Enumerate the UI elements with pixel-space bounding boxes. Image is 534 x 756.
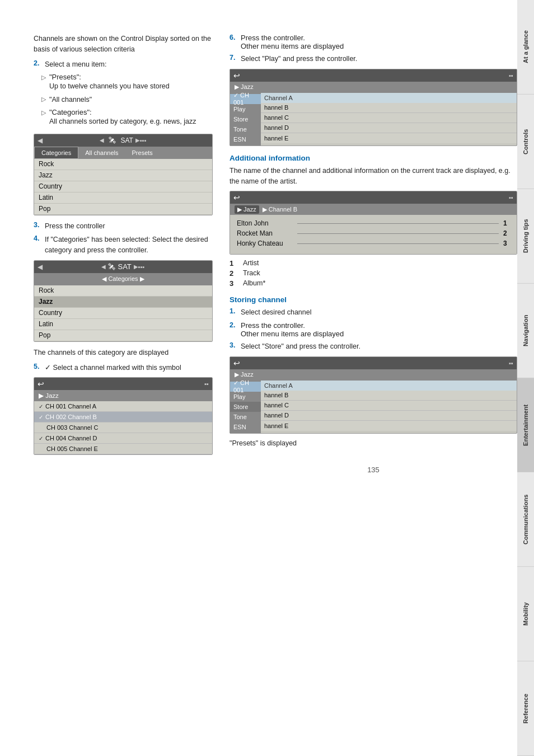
tab-communications[interactable]: Communications — [517, 472, 534, 567]
tab-mobility[interactable]: Mobility — [517, 567, 534, 661]
tab-categories-label: Categories — [41, 149, 71, 156]
esn-label: ESN — [233, 136, 246, 143]
additional-info-text: The name of the channel and additional i… — [229, 166, 517, 187]
step-6-text: Press the controller. — [241, 34, 305, 42]
store-tone-label: Tone — [233, 414, 247, 420]
info-line-1 — [297, 223, 499, 224]
info-row-1: Elton John 1 — [237, 219, 510, 227]
step-2-num: 2. — [34, 59, 41, 70]
cat-jazz[interactable]: Jazz — [34, 297, 212, 308]
sat-tabs-1: Categories All channels Presets — [34, 147, 212, 159]
cat-signal: ▪▪▪ — [138, 264, 145, 270]
list-item-latin[interactable]: Latin — [34, 192, 212, 204]
legend-item-3: 3 Album* — [229, 279, 517, 288]
info-line-2 — [297, 233, 499, 234]
step-7: 7. Select "Play" and press the controlle… — [229, 54, 517, 64]
channel-info-back: ↩ — [233, 193, 240, 202]
channel-b: hannel B — [261, 103, 517, 113]
menu-tone[interactable]: Tone — [230, 124, 261, 134]
storing-step-3: 3. Select "Store" and press the controll… — [229, 341, 517, 352]
cat-arrow-right: ▶ — [134, 264, 138, 270]
store-play-label: Play — [233, 393, 245, 400]
cat-latin-label: Latin — [39, 320, 53, 328]
rock-label: Rock — [39, 160, 54, 168]
tab-navigation[interactable]: Navigation — [517, 284, 534, 378]
tab-presets[interactable]: Presets — [125, 147, 160, 159]
tab-categories[interactable]: Categories — [34, 147, 78, 159]
store-channel-a: Channel A — [261, 381, 517, 391]
list-item-jazz[interactable]: Jazz — [34, 170, 212, 181]
store-tone[interactable]: Tone — [230, 412, 261, 422]
tab-driving-tips-label: Driving tips — [522, 219, 529, 253]
store-screen: ↩ ▪▪ ▶ Jazz ✓ CH 001 Play Store Tone ESN — [229, 356, 517, 434]
check-ch004: ✓ — [39, 435, 43, 442]
preset-ch003[interactable]: CH 003 Channel C — [34, 422, 212, 433]
menu-jazz-bar: ▶ Jazz — [230, 82, 517, 93]
store-jazz-label: ▶ Jazz — [235, 371, 254, 378]
list-item-rock[interactable]: Rock — [34, 159, 212, 170]
cat-country[interactable]: Country — [34, 308, 212, 319]
sat-screen-1: ◀ ◀ 🛰 SAT ▶ ▪▪▪ Categories All channels — [34, 134, 213, 215]
ch003-label: CH 003 Channel C — [46, 424, 98, 431]
store-esn[interactable]: ESN — [230, 422, 261, 432]
preset-ch002[interactable]: ✓ CH 002 Channel B — [34, 412, 212, 422]
legend-item-2: 2 Track — [229, 269, 517, 278]
overlay-content-1: ✓ CH 001 Play Store Tone ESN Channel A h… — [230, 93, 517, 145]
cat-header: ◀ ◀ 🛰 SAT ▶ ▪▪▪ — [34, 261, 212, 273]
preset-jazz-bar: ▶ Jazz — [34, 390, 212, 401]
cat-subtitle-text: ◀ Categories ▶ — [102, 275, 144, 283]
sat-list-1: Rock Jazz Country Latin Pop — [34, 159, 212, 215]
cat-rock-label: Rock — [39, 287, 54, 294]
menu-store[interactable]: Store — [230, 114, 261, 124]
cat-pop[interactable]: Pop — [34, 330, 212, 341]
preset-ch001[interactable]: ✓ CH 001 Channel A — [34, 401, 212, 412]
preset-ch005[interactable]: CH 005 Channel E — [34, 444, 212, 454]
cat-latin[interactable]: Latin — [34, 319, 212, 330]
store-store[interactable]: Store — [230, 402, 261, 412]
store-channel-c: hannel C — [261, 401, 517, 411]
legend-num-3: 3 — [229, 279, 238, 288]
tab-presets-label: Presets — [132, 149, 153, 156]
bullet-categories-content: "Categories": All channels sorted by cat… — [49, 108, 196, 127]
sat-label-1: SAT — [120, 137, 133, 144]
list-item-country[interactable]: Country — [34, 181, 212, 192]
channel-e-1: hannel E — [261, 133, 517, 143]
menu-ch001-header: ✓ CH 001 — [230, 94, 261, 104]
cat-title: ◀ 🛰 SAT ▶ — [101, 262, 138, 271]
info-num-1: 1 — [503, 219, 510, 227]
step5-pre-text: The channels of this category are displa… — [34, 348, 213, 358]
step-6-detail: Other menu items are displayed — [241, 42, 344, 50]
tab-at-a-glance[interactable]: At a glance — [517, 0, 534, 95]
bullet-allchannels-label: "All channels" — [49, 95, 92, 105]
legend-text-1: Artist — [243, 259, 259, 267]
preset-ch004[interactable]: ✓ CH 004 Channel D — [34, 433, 212, 444]
step-6-num: 6. — [229, 34, 237, 50]
tab-allchannels[interactable]: All channels — [78, 147, 125, 159]
info-row-3: Honky Chateau 3 — [237, 240, 510, 247]
channel-info-channel: ▶ Channel B — [263, 206, 297, 213]
step-2-text: Select a menu item: — [45, 59, 213, 70]
tab-controls[interactable]: Controls — [517, 95, 534, 189]
bullet-allchannels: ▷ "All channels" — [41, 95, 213, 105]
latin-label: Latin — [39, 194, 53, 201]
tab-entertainment[interactable]: Entertainment — [517, 378, 534, 473]
info-row-2: Rocket Man 2 — [237, 229, 510, 237]
step-7-num: 7. — [229, 54, 237, 64]
tab-navigation-label: Navigation — [522, 314, 529, 346]
cat-rock[interactable]: Rock — [34, 285, 212, 297]
legend-text-3: Album* — [243, 279, 265, 288]
storing-step-1: 1. Select desired channel — [229, 307, 517, 318]
cat-sat-label: SAT — [118, 262, 131, 271]
legend: 1 Artist 2 Track 3 Album* — [229, 259, 517, 288]
tab-reference[interactable]: Reference — [517, 661, 534, 756]
menu-esn[interactable]: ESN — [230, 134, 261, 144]
list-item-pop[interactable]: Pop — [34, 204, 212, 215]
rocket-man-label: Rocket Man — [237, 229, 293, 237]
bullet-presets: ▷ "Presets": Up to twelve channels you h… — [41, 73, 213, 92]
store-esn-label: ESN — [233, 424, 246, 430]
store-content: ✓ CH 001 Play Store Tone ESN Channel A h… — [230, 381, 517, 433]
overlay-back-1: ↩ — [233, 71, 240, 80]
channel-info-screen: ↩ ▪▪ ▶ Jazz ▶ Channel B Elton John 1 Roc… — [229, 191, 517, 255]
channel-info-jazz: ▶ Jazz — [235, 205, 259, 214]
tab-driving-tips[interactable]: Driving tips — [517, 189, 534, 284]
